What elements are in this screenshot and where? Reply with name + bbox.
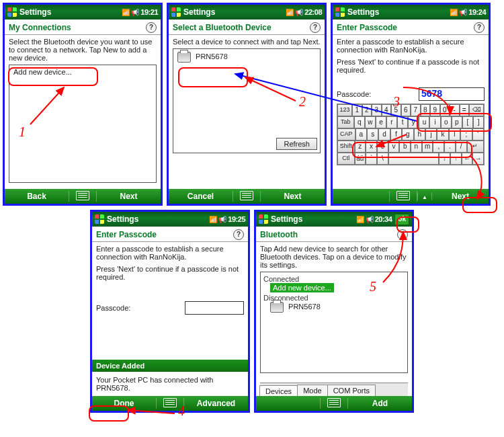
sip-key[interactable]: 2 xyxy=(362,104,372,116)
sip-toggle[interactable] xyxy=(233,191,261,202)
content: Select the Bluetooth device you want to … xyxy=(5,35,161,189)
subheader-text: My Connections xyxy=(9,23,71,32)
passcode-label: Passcode: xyxy=(337,90,371,98)
next-button[interactable]: Next xyxy=(261,192,325,201)
clock[interactable]: 19:25 xyxy=(228,215,245,223)
sip-key[interactable]: 3 xyxy=(372,104,382,116)
device-item[interactable]: PRN5678 xyxy=(176,50,317,64)
device-listbox[interactable]: Connected Add new device... Disconnected… xyxy=(260,272,408,373)
clock[interactable]: 19:24 xyxy=(468,8,486,16)
subheader-text: Enter Passcode xyxy=(96,230,157,239)
tab-devices[interactable]: Devices xyxy=(259,385,298,396)
sip-key[interactable]: d xyxy=(378,128,390,141)
sip-key[interactable]: e xyxy=(376,116,386,128)
title: Settings xyxy=(183,7,283,17)
subheader-text: Select a Bluetooth Device xyxy=(173,23,271,32)
anno-num-3: 3 xyxy=(393,94,400,110)
connected-label: Connected xyxy=(263,275,405,283)
subheader-text: Enter Passcode xyxy=(337,23,397,32)
sip-toggle[interactable] xyxy=(69,191,97,202)
sip-key[interactable]: CAP xyxy=(337,128,355,141)
tab-bar: Devices Mode COM Ports xyxy=(260,383,408,396)
start-icon[interactable] xyxy=(335,7,345,17)
instructions: Tap Add new device to search for other B… xyxy=(260,245,408,269)
device-name: PRN5678 xyxy=(288,303,321,311)
start-icon[interactable] xyxy=(259,214,268,224)
title: Settings xyxy=(271,214,353,224)
sip-key[interactable]: 6 xyxy=(401,104,411,116)
sip-key[interactable]: w xyxy=(365,116,376,128)
title: Settings xyxy=(19,7,119,17)
subheader-text: Bluetooth xyxy=(260,230,298,239)
device-name: PRN5678 xyxy=(196,52,228,61)
sip-key[interactable]: 123 xyxy=(337,104,352,116)
panel-bluetooth-devices: Settings 20:34 ok Bluetooth ? Tap Add ne… xyxy=(254,210,414,413)
add-new-device-item[interactable]: Add new device... xyxy=(270,283,334,292)
signal-icon xyxy=(356,215,364,223)
volume-icon[interactable] xyxy=(218,215,226,223)
cancel-button[interactable]: Cancel xyxy=(169,192,233,201)
passcode-label: Passcode: xyxy=(96,304,130,312)
clock[interactable]: 19:21 xyxy=(140,8,158,16)
anno-num-5: 5 xyxy=(370,279,376,294)
back-button[interactable]: Back xyxy=(5,192,69,201)
help-icon[interactable]: ? xyxy=(146,22,157,33)
title: Settings xyxy=(107,214,206,224)
clock[interactable]: 22:08 xyxy=(304,8,322,16)
sip-toggle[interactable] xyxy=(320,398,348,409)
sip-key[interactable]: t xyxy=(397,116,408,128)
tab-mode[interactable]: Mode xyxy=(297,385,328,396)
subheader: Select a Bluetooth Device ? xyxy=(169,19,325,35)
volume-icon[interactable] xyxy=(459,8,467,16)
panel-enter-passcode: Settings 19:24 Enter Passcode ? Enter a … xyxy=(331,3,491,206)
subheader: My Connections ? xyxy=(5,19,161,35)
anno-box-done xyxy=(89,405,129,422)
help-icon[interactable]: ? xyxy=(233,229,244,240)
sip-key[interactable]: 1 xyxy=(352,104,362,116)
device-listbox[interactable]: PRN5678 Refresh xyxy=(173,48,321,153)
instructions-2: Press 'Next' to continue if a passcode i… xyxy=(337,58,485,74)
volume-icon[interactable] xyxy=(295,8,303,16)
anno-box-device xyxy=(178,67,248,87)
tab-com-ports[interactable]: COM Ports xyxy=(327,385,376,396)
anno-box-ok xyxy=(396,216,419,233)
sip-toggle[interactable] xyxy=(389,191,417,202)
sip-key[interactable]: g xyxy=(402,128,413,141)
sip-up[interactable] xyxy=(417,193,432,200)
sip-key[interactable]: → xyxy=(472,153,484,165)
sip-key[interactable]: a xyxy=(355,128,367,141)
advanced-button[interactable]: Advanced xyxy=(184,399,248,408)
next-button[interactable]: Next xyxy=(97,192,161,201)
signal-icon xyxy=(209,215,217,223)
sip-key[interactable]: s xyxy=(367,128,378,141)
sip-key[interactable]: Tab xyxy=(337,116,354,128)
refresh-button[interactable]: Refresh xyxy=(276,138,317,150)
anno-box-addnew xyxy=(8,67,98,86)
sip-key[interactable]: r xyxy=(386,116,397,128)
device-item[interactable]: PRN5678 xyxy=(263,302,405,313)
start-icon[interactable] xyxy=(171,7,181,17)
volume-icon[interactable] xyxy=(366,215,374,223)
sip-key[interactable]: f xyxy=(390,128,402,141)
instructions-1: Enter a passcode to establish a secure c… xyxy=(337,38,485,54)
signal-icon xyxy=(286,8,294,16)
help-icon[interactable]: ? xyxy=(474,22,485,33)
instructions: Select the Bluetooth device you want to … xyxy=(9,38,157,62)
passcode-input[interactable] xyxy=(185,301,244,315)
instructions-1: Enter a passcode to establish a secure c… xyxy=(96,245,244,261)
sip-key[interactable]: q xyxy=(354,116,365,128)
sip-key[interactable]: 4 xyxy=(382,104,392,116)
disconnected-label: Disconnected xyxy=(263,294,405,302)
anno-num-1: 1 xyxy=(19,124,26,140)
anno-num-2: 2 xyxy=(299,94,306,110)
help-icon[interactable]: ? xyxy=(310,22,321,33)
anno-box-passcode xyxy=(417,113,492,132)
signal-icon xyxy=(450,8,458,16)
add-button[interactable]: Add xyxy=(348,399,412,408)
clock[interactable]: 20:34 xyxy=(375,215,392,223)
passcode-input[interactable]: 5678 xyxy=(419,87,485,101)
anno-num-4: 4 xyxy=(178,403,185,419)
start-icon[interactable] xyxy=(7,7,17,17)
volume-icon[interactable] xyxy=(131,8,139,16)
start-icon[interactable] xyxy=(95,214,104,224)
